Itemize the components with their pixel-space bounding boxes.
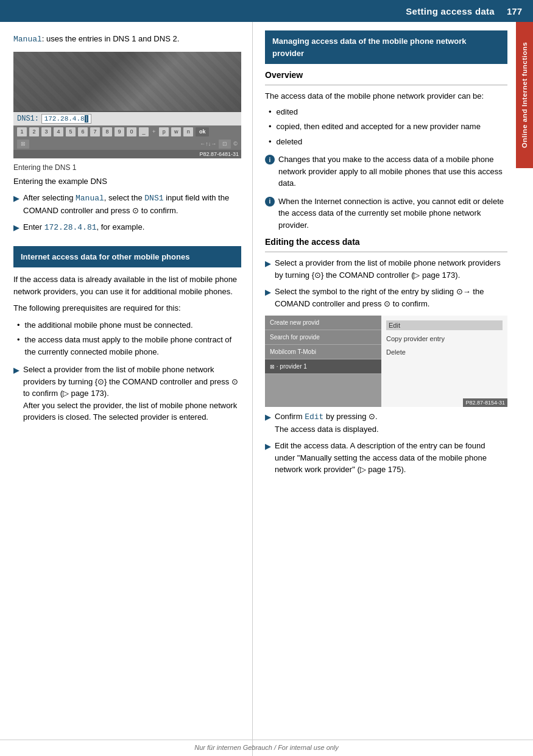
arrow-icon: ▶ [265,440,271,476]
info-box-2: i When the Internet connection is active… [265,196,507,231]
arrow-item-1: ▶ After selecting Manual, select the DNS… [13,192,241,216]
edit-arrow-text-1: Select a provider from the list of mobil… [275,257,507,281]
provider-right-panel: Edit Copy provider entry Delete [381,316,507,407]
kb-key: 5 [66,127,76,136]
confirm-arrow-2: ▶ Edit the access data. A description of… [265,440,507,476]
arrow-icon: ▶ [13,364,19,423]
internet-section-header: Internet access data for other mobile ph… [13,246,241,268]
manual-code: Manual [13,35,42,44]
bullet-item: • the additional mobile phone must be co… [17,319,241,331]
dns-input-row: DNS1: 172.28.4.8| [13,112,241,125]
info-icon: i [265,155,275,164]
kb-key: 8 [102,127,112,136]
info-text-2: When the Internet connection is active, … [278,196,507,231]
provider-left-panel: Create new provid Search for provide Mob… [265,316,381,407]
page-header: Setting access data 177 [0,0,533,22]
arrow-text-2: Enter 172.28.4.81, for example. [23,221,241,234]
overview-para1: The access data of the mobile phone netw… [265,90,507,102]
kb-key: 1 [17,127,27,136]
info-box-1: i Changes that you make to the access da… [265,154,507,189]
arrow-item-2: ▶ Enter 172.28.4.81, for example. [13,221,241,234]
edit-arrow-2: ▶ Select the symbol to the right of the … [265,286,507,309]
confirm-arrow-1: ▶ Confirm Edit by pressing ⊙. The access… [265,411,507,435]
provider-screenshot: Create new provid Search for provide Mob… [265,316,507,407]
kb-key: 6 [78,127,88,136]
bullet-item-edited: • edited [269,106,507,118]
internet-para1: If the access data is already available … [13,274,241,297]
page-number: 177 [507,6,522,16]
kb-key: 3 [41,127,51,136]
divider-2 [265,252,507,252]
menu-option-copy: Copy provider entry [386,334,503,344]
kb-key: w [171,127,181,136]
info-text-1: Changes that you make to the access data… [278,154,507,189]
arrow-icon: ▶ [265,411,271,435]
kb-key: 0 [127,127,136,136]
arrow-icon: ▶ [13,222,19,234]
bullet-item: • the access data must apply to the mobi… [17,334,241,358]
dns-value: 172.28.4.8| [41,114,92,124]
header-title: Setting access data [406,6,495,16]
provider-item: Mobilcom T-Mobi [265,345,381,359]
overview-title: Overview [265,70,507,80]
dns-screenshot: DNS1: 172.28.4.8| 1 2 3 4 5 6 7 8 9 0 _ … [13,52,241,158]
chapter-tab: Online and Internet functions [516,22,533,168]
kb-key: 7 [90,127,100,136]
kb-ok-key: ok [196,127,209,136]
confirm-arrow-text-2: Edit the access data. A description of t… [275,440,507,476]
right-column: Managing access data of the mobile phone… [253,22,533,756]
arrow-text-3: Select a provider from the list of mobil… [23,364,241,423]
arrow-item-3: ▶ Select a provider from the list of mob… [13,364,241,423]
editing-title: Editing the access data [265,237,507,247]
main-content: Manual: uses the entries in DNS 1 and DN… [0,22,533,756]
arrow-icon: ▶ [13,193,19,216]
kb-key: 2 [29,127,39,136]
screenshot-caption: P82.87-6481-31 [13,150,241,158]
menu-option-edit: Edit [386,320,503,330]
provider-item: Create new provid [265,316,381,330]
confirm-arrow-text-1: Confirm Edit by pressing ⊙. The access d… [275,411,507,435]
arrow-text-1: After selecting Manual, select the DNS1 … [23,192,241,216]
menu-option-delete: Delete [386,347,503,357]
kb-key: _ [139,127,149,136]
kb-key: 9 [115,127,124,136]
footer-text: Nur für internen Gebrauch / For internal… [194,744,339,751]
kb-key: 4 [54,127,63,136]
bullet-item-copied: • copied, then edited and accepted for a… [269,121,507,133]
arrow-icon: ▶ [265,258,271,281]
kb-key: p [159,127,169,136]
managing-section-header: Managing access data of the mobile phone… [265,30,507,64]
provider-item-selected: ⊠ · provider 1 [265,359,381,374]
info-icon-2: i [265,197,275,207]
prereq-list: • the additional mobile phone must be co… [17,319,241,358]
kb-key: n [183,127,193,136]
provider-caption: P82.87-8154-31 [463,398,507,407]
internet-para2: The following prerequisites are required… [13,302,241,314]
edit-arrow-text-2: Select the symbol to the right of the en… [275,286,507,309]
caption2: Entering the example DNS [13,175,241,188]
footer: Nur für internen Gebrauch / For internal… [0,740,533,756]
caption1: Entering the DNS 1 [13,162,241,173]
dns-label: DNS1: [17,115,39,123]
arrow-icon: ▶ [265,286,271,309]
edit-arrow-1: ▶ Select a provider from the list of mob… [265,257,507,281]
left-column: Manual: uses the entries in DNS 1 and DN… [0,22,253,756]
bullet-item-deleted: • deleted [269,136,507,148]
intro-paragraph: Manual: uses the entries in DNS 1 and DN… [13,33,241,46]
access-data-list: • edited • copied, then edited and accep… [269,106,507,148]
provider-item: Search for provide [265,330,381,345]
divider [265,85,507,85]
